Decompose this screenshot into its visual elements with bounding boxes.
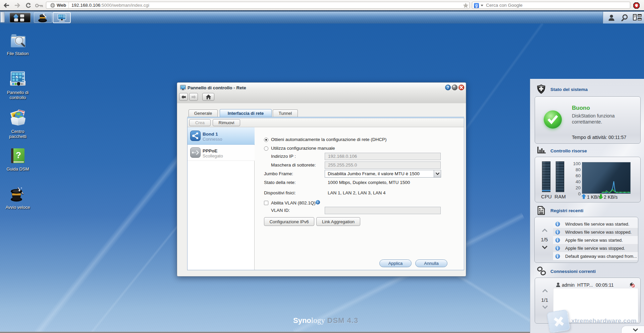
- svg-text:?: ?: [16, 150, 21, 160]
